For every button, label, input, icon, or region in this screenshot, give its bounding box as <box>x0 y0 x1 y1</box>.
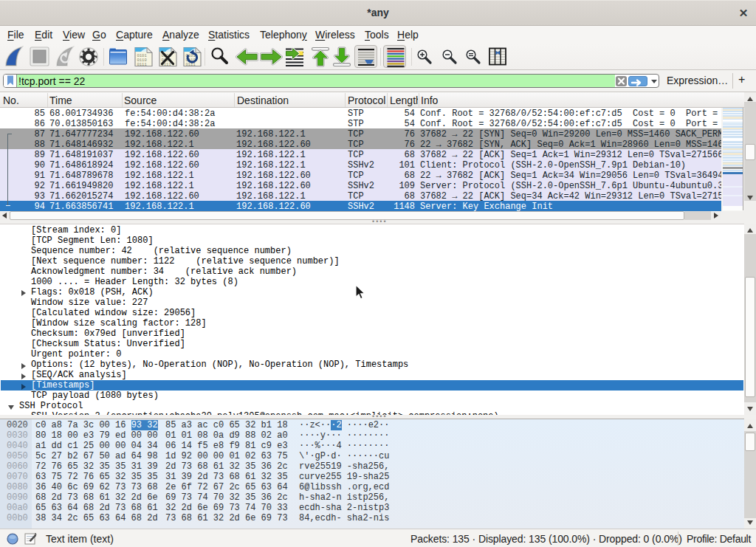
svg-text:0111: 0111 <box>137 62 148 67</box>
